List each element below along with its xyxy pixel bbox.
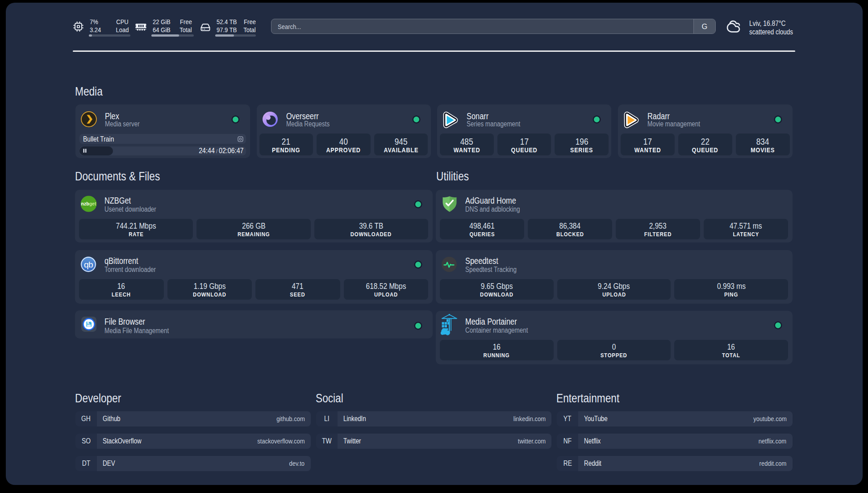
svg-text:qb: qb (84, 260, 93, 269)
svg-text:nzbget: nzbget (81, 201, 96, 206)
